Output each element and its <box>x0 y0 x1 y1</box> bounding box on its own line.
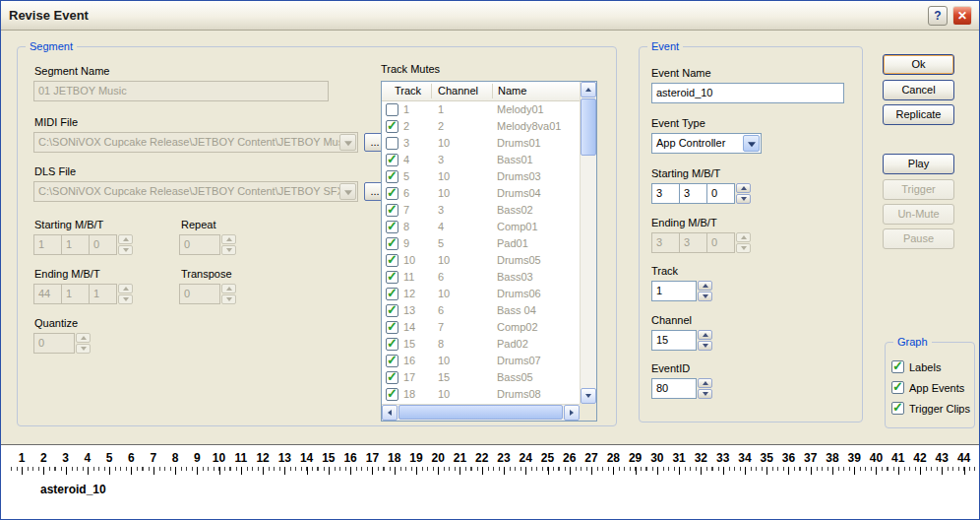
track-spinner[interactable] <box>698 281 712 301</box>
mute-checkbox[interactable] <box>386 204 398 217</box>
timeline-measure: 40 <box>865 451 887 475</box>
track-mute-row[interactable]: 9 5 Pad01 <box>382 235 580 252</box>
replicate-button[interactable]: Replicate <box>883 104 954 125</box>
channel-field[interactable]: 15 <box>651 330 697 351</box>
event-name-field[interactable]: asteroid_10 <box>651 83 844 103</box>
mute-checkbox[interactable] <box>386 187 398 200</box>
ruler-ticks <box>888 467 909 475</box>
track-mute-row[interactable]: 4 3 Bass01 <box>382 152 580 168</box>
timeline-measure: 26 <box>559 451 581 475</box>
vertical-scrollbar[interactable] <box>580 82 596 404</box>
graph-option[interactable]: Trigger Clips <box>891 398 972 419</box>
track-field[interactable]: 1 <box>651 281 697 301</box>
segment-transpose-label: Transpose <box>181 268 232 280</box>
scroll-up-button[interactable] <box>581 82 596 98</box>
mute-checkbox[interactable] <box>386 221 398 233</box>
track-mute-row[interactable]: 3 10 Drums01 <box>382 135 580 152</box>
mute-checkbox[interactable] <box>386 154 398 166</box>
event-name-label: Event Name <box>651 67 711 79</box>
mute-checkbox[interactable] <box>386 355 398 367</box>
track-mute-row[interactable]: 7 3 Bass02 <box>382 202 580 219</box>
channel-spinner[interactable] <box>698 330 712 351</box>
track-mutes-list[interactable]: Track Channel Name 1 1 Melody01 2 2 <box>381 81 597 422</box>
track-mute-row[interactable]: 18 10 Drums08 <box>382 386 580 403</box>
ok-button[interactable]: Ok <box>883 54 954 75</box>
track-mute-row[interactable]: 10 10 Drums05 <box>382 252 580 269</box>
measure-number: 32 <box>690 451 711 466</box>
mute-checkbox[interactable] <box>386 321 398 334</box>
graph-option-checkbox[interactable] <box>891 360 904 373</box>
segment-starting-label: Starting M/B/T <box>34 219 103 230</box>
column-header-track[interactable]: Track <box>395 82 421 100</box>
scroll-left-button[interactable] <box>382 405 398 421</box>
segment-repeat-fields: 0 <box>179 234 236 255</box>
chevron-down-icon[interactable] <box>743 135 760 152</box>
titlebar[interactable]: Revise Event ? ✕ <box>1 1 979 31</box>
track-mute-row[interactable]: 1 1 Melody01 <box>382 101 580 118</box>
track-mute-row[interactable]: 6 10 Drums04 <box>382 185 580 202</box>
track-mute-row[interactable]: 13 6 Bass 04 <box>382 302 580 319</box>
spinner-up-icon <box>76 333 91 343</box>
mute-checkbox[interactable] <box>386 237 398 250</box>
ruler-ticks <box>427 467 449 475</box>
timeline-measure: 37 <box>800 451 822 475</box>
mute-checkbox[interactable] <box>386 371 398 384</box>
event-channel-fields: 15 <box>651 330 712 351</box>
mute-checkbox[interactable] <box>386 288 398 300</box>
scroll-down-button[interactable] <box>581 388 596 404</box>
horizontal-scrollbar[interactable] <box>382 404 580 421</box>
graph-option[interactable]: App Events <box>891 377 972 398</box>
vertical-scrollbar-thumb[interactable] <box>581 98 596 156</box>
event-id-field[interactable]: 80 <box>651 378 697 399</box>
close-button[interactable]: ✕ <box>952 6 972 26</box>
channel-cell: 5 <box>438 235 444 252</box>
mute-checkbox[interactable] <box>386 137 398 150</box>
mute-checkbox[interactable] <box>386 103 398 116</box>
timeline-event-label[interactable]: asteroid_10 <box>40 483 106 496</box>
horizontal-scrollbar-thumb[interactable] <box>398 405 563 420</box>
play-button[interactable]: Play <box>883 154 954 174</box>
column-header-channel[interactable]: Channel <box>438 82 478 100</box>
track-mute-row[interactable]: 14 7 Comp02 <box>382 319 580 336</box>
mute-checkbox[interactable] <box>386 170 398 183</box>
track-mute-row[interactable]: 15 8 Pad02 <box>382 336 580 353</box>
event-starting-spinner[interactable] <box>736 183 751 204</box>
track-mute-row[interactable]: 12 10 Drums06 <box>382 286 580 302</box>
graph-option-checkbox[interactable] <box>891 402 904 415</box>
track-mute-row[interactable]: 5 10 Drums03 <box>382 168 580 185</box>
timeline-measure: 34 <box>734 451 756 475</box>
track-mute-row[interactable]: 11 6 Bass03 <box>382 269 580 286</box>
column-header-name[interactable]: Name <box>498 82 526 100</box>
name-cell: Drums04 <box>497 185 541 202</box>
measure-number: 9 <box>186 451 208 466</box>
mbt-beat-field[interactable]: 3 <box>679 183 707 204</box>
track-mute-row[interactable]: 16 10 Drums07 <box>382 353 580 369</box>
timeline-measure: 8 <box>164 451 186 475</box>
event-id-spinner[interactable] <box>698 378 712 399</box>
graph-option[interactable]: Labels <box>891 357 972 377</box>
track-mute-row[interactable]: 8 4 Comp01 <box>382 219 580 235</box>
event-type-select[interactable]: App Controller <box>651 133 762 154</box>
graph-option-checkbox[interactable] <box>891 381 904 394</box>
mbt-tick-field[interactable]: 0 <box>706 183 735 204</box>
mute-checkbox[interactable] <box>386 304 398 317</box>
track-cell: 13 <box>403 302 415 319</box>
timeline-graph[interactable]: 1 2 3 4 5 6 7 <box>1 444 979 520</box>
dls-file-value: C:\SONiVOX Cupcake Release\JETBOY Conten… <box>38 185 352 197</box>
scroll-right-button[interactable] <box>564 405 580 421</box>
mute-checkbox[interactable] <box>386 338 398 351</box>
channel-cell: 10 <box>438 252 450 269</box>
measure-number: 26 <box>559 451 581 466</box>
ruler-ticks <box>274 467 295 475</box>
help-button[interactable]: ? <box>928 6 948 26</box>
mute-checkbox[interactable] <box>386 271 398 284</box>
mute-checkbox[interactable] <box>386 388 398 401</box>
track-mute-row[interactable]: 17 15 Bass05 <box>382 369 580 386</box>
cancel-button[interactable]: Cancel <box>883 80 954 100</box>
track-mute-row[interactable]: 2 2 Melody8va01 <box>382 118 580 135</box>
mbt-measure-field[interactable]: 3 <box>651 183 680 204</box>
name-cell: Bass01 <box>497 152 533 168</box>
mute-checkbox[interactable] <box>386 254 398 267</box>
mute-checkbox[interactable] <box>386 120 398 133</box>
timeline-measure: 16 <box>339 451 361 475</box>
